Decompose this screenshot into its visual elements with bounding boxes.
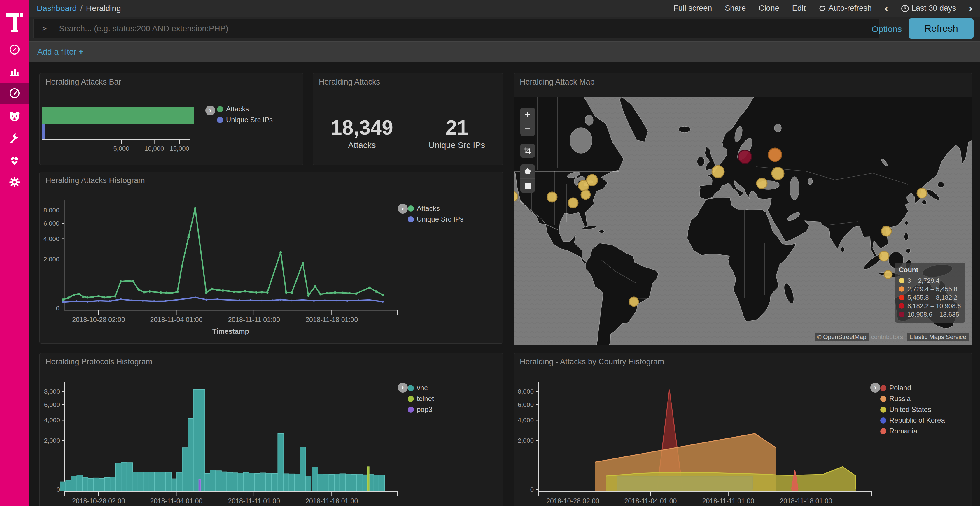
refresh-button[interactable]: Refresh	[909, 18, 974, 39]
protocols-histogram-chart[interactable]: 02,0004,0006,0008,0002018-10-28 02:00201…	[40, 353, 503, 506]
time-next-button[interactable]: ›	[969, 3, 972, 14]
svg-text:2018-11-18 01:00: 2018-11-18 01:00	[305, 497, 358, 505]
sidebar-item-dev-tools[interactable]	[0, 128, 29, 149]
legend-collapse-button[interactable]: ›	[205, 106, 215, 116]
map-attack-dot[interactable]	[581, 190, 590, 199]
zoom-out-button[interactable]	[520, 122, 535, 136]
legend-range-label: 5,455.8 – 8,182.2	[907, 294, 957, 301]
legend-color-dot	[880, 396, 886, 402]
map-attack-dot[interactable]	[757, 178, 767, 189]
breadcrumb-current: Heralding	[86, 4, 121, 13]
legend-color-dot	[408, 396, 414, 402]
legend-item-attacks[interactable]: Attacks	[217, 105, 249, 113]
map-attribution: © OpenStreetMap contributors, Elastic Ma…	[815, 333, 969, 341]
legend-color-dot	[899, 295, 904, 300]
legend-label: Republic of Korea	[889, 416, 945, 424]
svg-text:0: 0	[56, 305, 59, 312]
legend-item-unique-src-ips[interactable]: Unique Src IPs	[217, 116, 273, 124]
map-fit-control	[520, 144, 535, 158]
metric-label: Unique Src IPs	[429, 141, 485, 150]
legend-collapse-button[interactable]: ›	[398, 383, 408, 393]
legend-item-attacks[interactable]: Attacks	[408, 204, 440, 213]
legend-item-poland[interactable]: Poland	[880, 384, 911, 392]
svg-text:8,000: 8,000	[518, 388, 534, 395]
map-attack-dot[interactable]	[917, 188, 927, 198]
sidebar-item-management[interactable]	[0, 172, 29, 193]
map-attack-dot[interactable]	[772, 167, 784, 179]
gauge-icon	[8, 87, 21, 99]
map-count-legend: Count 3 – 2,729.42,729.4 – 5,455.85,455.…	[895, 263, 966, 323]
breadcrumb-dashboard-link[interactable]: Dashboard	[37, 4, 77, 13]
sidebar-item-discover[interactable]	[0, 39, 29, 60]
legend-collapse-button[interactable]: ›	[398, 204, 408, 214]
edit-button[interactable]: Edit	[792, 4, 806, 13]
legend-item-romania[interactable]: Romania	[880, 427, 917, 435]
full-screen-button[interactable]: Full screen	[673, 4, 712, 13]
legend-item-unique-src-ips[interactable]: Unique Src IPs	[408, 215, 463, 223]
breadcrumb-separator: /	[80, 4, 83, 13]
add-filter-button[interactable]: Add a filter+	[37, 47, 83, 57]
svg-text:0: 0	[57, 486, 60, 493]
share-button[interactable]: Share	[725, 4, 746, 13]
svg-text:15,000: 15,000	[169, 145, 189, 152]
svg-text:2018-11-04 01:00: 2018-11-04 01:00	[150, 316, 202, 324]
metric-value: 21	[429, 117, 485, 139]
svg-text:2,000: 2,000	[44, 437, 60, 444]
panel-title: Heralding Attacks	[319, 78, 380, 87]
options-link[interactable]: Options	[872, 17, 902, 41]
legend-color-dot	[880, 417, 886, 424]
legend-item-republic-of-korea[interactable]: Republic of Korea	[880, 416, 945, 424]
svg-text:2018-11-18 01:00: 2018-11-18 01:00	[305, 316, 358, 324]
map-attack-dot[interactable]	[884, 271, 892, 279]
map-legend-range: 3 – 2,729.4	[899, 276, 961, 285]
svg-text:2018-10-28 02:00: 2018-10-28 02:00	[72, 497, 125, 505]
map-attack-dot[interactable]	[881, 226, 891, 236]
sidebar-item-timelion[interactable]	[0, 106, 29, 127]
topnav-actions: Full screen Share Clone Edit Auto-refres…	[673, 3, 972, 14]
map-attack-dot[interactable]	[879, 251, 889, 261]
legend-label: pop3	[417, 405, 432, 414]
legend-range-label: 8,182.2 – 10,908.6	[907, 302, 961, 310]
search-input[interactable]: >_ Search... (e.g. status:200 AND extens…	[33, 19, 879, 38]
map-attack-dot[interactable]	[738, 150, 752, 163]
svg-text:2018-11-11 01:00: 2018-11-11 01:00	[702, 497, 754, 505]
search-bar-row: >_ Search... (e.g. status:200 AND extens…	[29, 17, 980, 41]
map-attack-dot[interactable]	[768, 148, 782, 162]
auto-refresh-button[interactable]: Auto-refresh	[818, 4, 872, 13]
legend-color-dot	[880, 385, 886, 391]
clone-button[interactable]: Clone	[759, 4, 780, 13]
map-attack-dot[interactable]	[629, 297, 638, 306]
draw-rectangle-button[interactable]	[520, 179, 535, 193]
attacks-histogram-chart[interactable]: 02,0004,0006,0008,0002018-10-28 02:00201…	[40, 172, 503, 344]
metric-label: Attacks	[331, 141, 393, 150]
legend-label: Romania	[889, 427, 917, 435]
sidebar-item-dashboard[interactable]	[0, 83, 29, 104]
time-prev-button[interactable]: ‹	[885, 3, 888, 14]
svg-text:0: 0	[530, 486, 534, 493]
sidebar-item-visualize[interactable]	[0, 61, 29, 82]
map-attack-dot[interactable]	[547, 192, 557, 202]
osm-attribution-link[interactable]: © OpenStreetMap	[815, 333, 869, 341]
map-legend-title: Count	[899, 266, 961, 274]
legend-item-russia[interactable]: Russia	[880, 395, 911, 403]
zoom-in-button[interactable]	[520, 108, 535, 122]
refresh-cycle-icon	[818, 5, 826, 12]
svg-text:8,000: 8,000	[43, 207, 59, 214]
legend-range-label: 10,908.6 – 13,635	[907, 311, 959, 318]
telekom-logo[interactable]	[5, 6, 24, 33]
map-attack-dot[interactable]	[712, 165, 724, 178]
draw-polygon-button[interactable]	[520, 164, 535, 179]
legend-item-telnet[interactable]: telnet	[408, 395, 434, 403]
legend-item-united-states[interactable]: United States	[880, 405, 931, 414]
map-attack-dot[interactable]	[568, 198, 578, 208]
fit-bounds-button[interactable]	[520, 144, 535, 158]
map-attack-dot[interactable]	[587, 174, 598, 186]
legend-item-pop3[interactable]: pop3	[408, 405, 432, 414]
time-range-picker[interactable]: Last 30 days	[901, 4, 956, 13]
legend-collapse-button[interactable]: ›	[870, 383, 880, 393]
legend-item-vnc[interactable]: vnc	[408, 384, 428, 392]
legend-color-dot	[408, 216, 414, 222]
sidebar-item-monitoring[interactable]	[0, 150, 29, 171]
legend-color-dot	[408, 407, 414, 413]
ems-attribution-link[interactable]: Elastic Maps Service	[907, 333, 969, 341]
